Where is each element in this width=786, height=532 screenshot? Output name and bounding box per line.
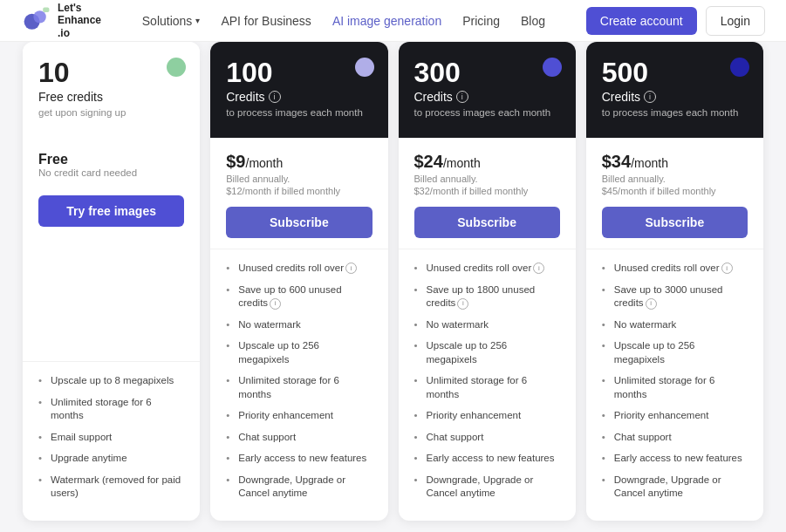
feature-item: Email support — [38, 431, 184, 445]
login-button[interactable]: Login — [706, 6, 765, 36]
feature-item: Priority enhancement — [226, 409, 372, 423]
plan-header: 300 Credits i to process images each mon… — [399, 42, 576, 138]
plan-cta-button[interactable]: Subscribe — [602, 207, 748, 238]
feature-item: Unlimited storage for 6 months — [602, 374, 748, 401]
plan-credits-label: Credits i — [602, 90, 748, 104]
features-list: Unused credits roll overi Save up to 600… — [210, 249, 387, 521]
nav-api[interactable]: API for Business — [221, 14, 311, 28]
feature-item: Upscale up to 256 megapixels — [414, 339, 560, 366]
nav-blog[interactable]: Blog — [521, 14, 545, 28]
plan-card-300: 300 Credits i to process images each mon… — [399, 42, 576, 521]
feature-item: No watermark — [602, 318, 748, 332]
navbar: Let'sEnhance.io Solutions ▾ API for Busi… — [0, 0, 786, 42]
plan-credits-desc: to process images each month — [414, 107, 560, 118]
nav-links: Solutions ▾ API for Business AI image ge… — [142, 14, 545, 28]
plan-billing2: $45/month if billed monthly — [602, 186, 748, 196]
plan-credits-number: 500 — [602, 58, 748, 88]
credits-info-icon[interactable]: i — [456, 91, 468, 103]
feature-item: Early access to new features — [226, 452, 372, 466]
feature-item: Upscale up to 8 megapixels — [38, 374, 184, 388]
feature-item: No watermark — [226, 318, 372, 332]
feature-item: Downgrade, Upgrade or Cancel anytime — [414, 474, 560, 501]
feature-info-icon[interactable]: i — [533, 263, 544, 274]
chevron-down-icon: ▾ — [195, 16, 200, 25]
plan-credits-number: 10 — [38, 58, 184, 88]
plan-badge — [543, 58, 562, 77]
logo-icon — [21, 4, 52, 36]
svg-point-1 — [33, 11, 45, 24]
plan-cta-button[interactable]: Try free images — [38, 195, 184, 227]
plan-credits-label: Credits i — [414, 90, 560, 104]
logo-text: Let'sEnhance.io — [58, 2, 101, 39]
plan-credits-desc: get upon signing up — [38, 107, 184, 118]
create-account-button[interactable]: Create account — [586, 7, 697, 35]
plan-header: 500 Credits i to process images each mon… — [586, 42, 763, 138]
features-list: Upscale up to 8 megapixels Unlimited sto… — [23, 361, 200, 521]
plan-cta-button[interactable]: Subscribe — [414, 207, 560, 238]
feature-item: Chat support — [414, 431, 560, 445]
plan-billing2: $32/month if billed monthly — [414, 186, 560, 196]
feature-item: Downgrade, Upgrade or Cancel anytime — [602, 474, 748, 501]
plan-billing1: Billed annually. — [602, 174, 748, 184]
feature-info-icon[interactable]: i — [345, 263, 357, 274]
feature-item: Early access to new features — [602, 452, 748, 466]
feature-info-icon[interactable]: i — [270, 298, 281, 310]
feature-item: Upscale up to 256 megapixels — [602, 339, 748, 366]
feature-item: Save up to 600 unused creditsi — [226, 283, 372, 310]
plan-price-unit: /month — [246, 156, 284, 170]
plan-body: $34/month Billed annually. $45/month if … — [586, 138, 763, 249]
plan-cta-button[interactable]: Subscribe — [226, 207, 372, 238]
plan-card-100: 100 Credits i to process images each mon… — [210, 42, 387, 521]
nav-solutions[interactable]: Solutions ▾ — [142, 14, 201, 28]
feature-item: Unlimited storage for 6 months — [38, 396, 184, 423]
feature-item: Unused credits roll overi — [602, 262, 748, 276]
nav-ai-image[interactable]: AI image generation — [332, 14, 441, 28]
nav-pricing[interactable]: Pricing — [462, 14, 500, 28]
feature-info-icon[interactable]: i — [721, 263, 733, 274]
feature-item: Priority enhancement — [414, 409, 560, 423]
logo[interactable]: Let'sEnhance.io — [21, 2, 101, 39]
plan-price: $24/month — [414, 152, 560, 172]
plan-billing1: Billed annually. — [414, 174, 560, 184]
plan-badge — [355, 58, 374, 77]
plan-credits-number: 100 — [226, 58, 372, 88]
plan-credits-desc: to process images each month — [226, 107, 372, 118]
feature-item: Unlimited storage for 6 months — [226, 374, 372, 401]
feature-item: Unlimited storage for 6 months — [414, 374, 560, 401]
plan-price-unit: /month — [443, 156, 481, 170]
plan-credits-desc: to process images each month — [602, 107, 748, 118]
feature-info-icon[interactable]: i — [457, 298, 468, 310]
nav-actions: Create account Login — [586, 6, 765, 36]
feature-item: Save up to 3000 unused creditsi — [602, 283, 748, 310]
feature-item: Upscale up to 256 megapixels — [226, 339, 372, 366]
plan-card-free: 10 Free credits get upon signing up Free… — [23, 42, 200, 521]
feature-info-icon[interactable]: i — [646, 298, 657, 310]
plan-credits-label: Free credits — [38, 90, 184, 104]
feature-item: Early access to new features — [414, 452, 560, 466]
plan-card-500: 500 Credits i to process images each mon… — [586, 42, 763, 521]
feature-item: Unused credits roll overi — [414, 262, 560, 276]
plan-billing2: $12/month if billed monthly — [226, 186, 372, 196]
plan-billing1: Billed annually. — [226, 174, 372, 184]
plan-price: $34/month — [602, 152, 748, 172]
feature-item: Chat support — [226, 431, 372, 445]
plan-badge — [730, 58, 749, 77]
plan-name: Free — [38, 152, 184, 167]
features-list: Unused credits roll overi Save up to 180… — [399, 249, 576, 521]
feature-item: Downgrade, Upgrade or Cancel anytime — [226, 474, 372, 501]
feature-item: Save up to 1800 unused creditsi — [414, 283, 560, 310]
feature-item: Chat support — [602, 431, 748, 445]
credits-info-icon[interactable]: i — [644, 91, 656, 103]
feature-item: Upgrade anytime — [38, 452, 184, 466]
plan-body: $9/month Billed annually. $12/month if b… — [210, 138, 387, 249]
plan-body: Free No credit card needed Try free imag… — [23, 138, 200, 361]
credits-info-icon[interactable]: i — [269, 91, 281, 103]
plan-price: $9/month — [226, 152, 372, 172]
plan-credits-label: Credits i — [226, 90, 372, 104]
plans-wrapper: 10 Free credits get upon signing up Free… — [0, 42, 786, 532]
feature-item: Priority enhancement — [602, 409, 748, 423]
plan-price-unit: /month — [631, 156, 668, 170]
feature-item: Watermark (removed for paid users) — [38, 474, 184, 501]
plan-body: $24/month Billed annually. $32/month if … — [399, 138, 576, 249]
features-list: Unused credits roll overi Save up to 300… — [586, 249, 763, 521]
